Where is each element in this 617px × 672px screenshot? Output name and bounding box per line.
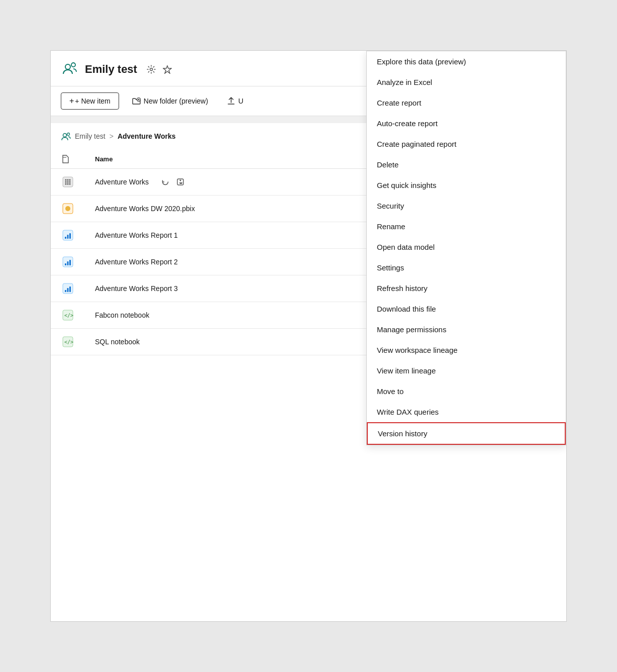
svg-rect-36 xyxy=(67,288,69,292)
svg-point-15 xyxy=(69,179,71,181)
context-menu-item-19[interactable]: Version history xyxy=(367,422,566,445)
new-folder-button[interactable]: New folder (preview) xyxy=(124,93,216,109)
plus-icon: + xyxy=(69,97,74,106)
folder-icon xyxy=(132,97,141,106)
svg-point-16 xyxy=(65,181,67,183)
item-name: Adventure Works xyxy=(95,178,149,186)
context-menu: Explore this data (preview)Analyze in Ex… xyxy=(366,51,566,445)
svg-point-23 xyxy=(180,180,181,181)
svg-rect-31 xyxy=(65,263,66,265)
premium-icon-btn[interactable] xyxy=(160,62,174,76)
svg-point-17 xyxy=(67,181,69,183)
new-item-label: + New item xyxy=(75,97,110,105)
workspace-title: Emily test xyxy=(85,63,137,76)
item-name: Adventure Works Report 3 xyxy=(95,284,178,293)
context-menu-item-12[interactable]: Refresh history xyxy=(367,278,566,299)
svg-rect-37 xyxy=(69,286,71,292)
upload-button[interactable]: U xyxy=(221,93,249,109)
breadcrumb-separator: > xyxy=(110,132,114,140)
svg-rect-33 xyxy=(69,260,71,265)
svg-rect-28 xyxy=(67,235,69,239)
upload-icon xyxy=(227,97,235,105)
svg-point-14 xyxy=(67,179,69,181)
svg-point-1 xyxy=(71,63,75,67)
settings-icon-btn[interactable] xyxy=(144,62,158,76)
item-type-icon: </> xyxy=(51,329,85,355)
context-menu-item-1[interactable]: Explore this data (preview) xyxy=(367,51,566,72)
context-menu-item-16[interactable]: View item lineage xyxy=(367,360,566,381)
svg-text:</>: </> xyxy=(64,339,73,345)
svg-rect-29 xyxy=(69,233,71,239)
new-folder-label: New folder (preview) xyxy=(144,97,208,105)
svg-point-10 xyxy=(67,133,70,136)
context-menu-item-17[interactable]: Move to xyxy=(367,381,566,402)
item-name: Adventure Works Report 2 xyxy=(95,258,178,266)
svg-point-18 xyxy=(69,181,71,183)
file-icon-header xyxy=(61,154,70,163)
col-icon-header xyxy=(51,149,85,169)
item-type-icon xyxy=(51,275,85,302)
svg-rect-32 xyxy=(67,261,69,265)
context-menu-item-10[interactable]: Open data model xyxy=(367,237,566,257)
app-container: Emily test + + New item New fold xyxy=(50,50,567,622)
breadcrumb-workspace-icon xyxy=(61,131,71,141)
svg-point-20 xyxy=(67,183,69,185)
context-menu-item-15[interactable]: View workspace lineage xyxy=(367,340,566,360)
workspace-icon xyxy=(61,60,80,79)
item-type-icon xyxy=(51,249,85,275)
svg-point-2 xyxy=(150,68,152,71)
item-name: SQL notebook xyxy=(95,338,140,346)
settings-action-icon[interactable] xyxy=(175,176,186,187)
context-menu-item-4[interactable]: Auto-create report xyxy=(367,113,566,134)
svg-rect-35 xyxy=(65,290,66,292)
breadcrumb-workspace-link[interactable]: Emily test xyxy=(75,132,106,140)
svg-text:</>: </> xyxy=(64,313,73,318)
item-name: Adventure Works Report 1 xyxy=(95,231,178,239)
item-type-icon xyxy=(51,196,85,222)
context-menu-item-11[interactable]: Settings xyxy=(367,257,566,278)
svg-point-25 xyxy=(65,206,70,211)
context-menu-item-3[interactable]: Create report xyxy=(367,92,566,113)
svg-rect-27 xyxy=(65,237,66,239)
item-name: Adventure Works DW 2020.pbix xyxy=(95,205,195,213)
refresh-icon[interactable] xyxy=(160,176,171,187)
upload-label: U xyxy=(238,97,243,105)
item-type-icon xyxy=(51,222,85,249)
item-type-icon: </> xyxy=(51,302,85,329)
context-menu-item-8[interactable]: Security xyxy=(367,196,566,216)
svg-point-19 xyxy=(65,183,67,185)
svg-point-0 xyxy=(65,64,70,69)
svg-point-13 xyxy=(65,179,67,181)
new-item-button[interactable]: + + New item xyxy=(61,92,119,110)
context-menu-item-14[interactable]: Manage permissions xyxy=(367,319,566,340)
context-menu-item-13[interactable]: Download this file xyxy=(367,299,566,319)
item-type-icon xyxy=(51,169,85,196)
context-menu-item-2[interactable]: Analyze in Excel xyxy=(367,72,566,92)
svg-marker-3 xyxy=(163,66,171,73)
svg-point-21 xyxy=(69,183,71,185)
svg-point-9 xyxy=(63,134,67,137)
context-menu-item-9[interactable]: Rename xyxy=(367,216,566,237)
context-menu-item-5[interactable]: Create paginated report xyxy=(367,134,566,154)
item-name: Fabcon notebook xyxy=(95,311,149,319)
breadcrumb-current: Adventure Works xyxy=(118,132,176,140)
context-menu-item-6[interactable]: Delete xyxy=(367,154,566,175)
context-menu-item-18[interactable]: Write DAX queries xyxy=(367,402,566,422)
context-menu-item-7[interactable]: Get quick insights xyxy=(367,175,566,196)
